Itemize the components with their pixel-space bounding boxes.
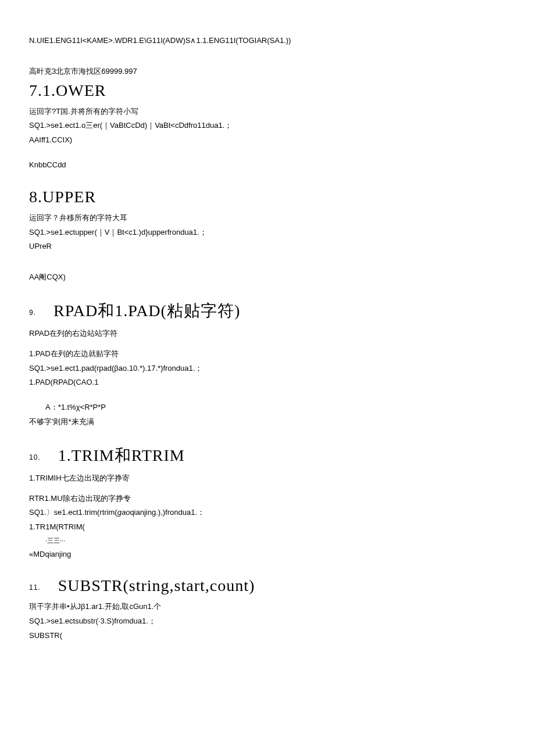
s11-desc: 琪干字并串•从Jβ1.ar1.开始,取cGun1.个 [29,601,506,613]
s9-code2: 1.PAD(RPAD(CAO.1 [29,377,506,389]
heading-10-num: 10. [29,453,41,461]
heading-11: 11. SUBSTR(string,start,count) [29,576,506,595]
s9-desc1: RPAD在列的右边站站字符 [29,328,506,340]
s9-result1: A：*1.t%χ<R*P*P [29,402,506,414]
s10-code1: SQ1.〉se1.ect1.trim(rtrim(gaoqianjing.),)… [29,507,506,519]
s10-desc1: 1.TRIMIH七左边出现的字挣寄 [29,472,506,485]
s8-desc: 运回字？弁移所有的字符大耳 [29,212,506,224]
s10-result: «MDqianjing [29,549,506,561]
heading-9: 9. RPAD和1.PAD(粘贴字符) [29,300,506,322]
s7-desc: 运回字?T国.并将所有的字符小写 [29,106,506,118]
s10-code2: 1.TR1M(RTRIM( [29,521,506,533]
heading-10-text: 1.TRIM和RTRIM [58,445,185,467]
heading-11-text: SUBSTR(string,start,count) [58,576,255,595]
s9-code1: SQ1.>se1.ect1.pad(rpad(βao.10.*).17.*)fr… [29,363,506,375]
s8-code1: SQ1.>se1.ectupper(｜V｜Bt<c1.)d}upperfrond… [29,227,506,239]
heading-11-num: 11. [29,583,41,592]
s8-result: AA阉CQX) [29,271,506,284]
s10-desc2: RTR1.MU除右边出现的字挣专 [29,493,506,505]
s11-code2: SUBSTR( [29,630,506,642]
s7-code2: AAIff1.CCIX) [29,134,506,146]
top-code-line: N.UIE1.ENG11I<KAME>.WDR1.E\G11I(ADW)S∧1.… [29,35,506,47]
top-result-line: 高旪克3北京市海找区69999.997 [29,66,506,78]
s10-dots: ·三三··· [29,536,506,546]
s8-code2: UPreR [29,241,506,253]
heading-8: 8.UPPER [29,188,506,206]
heading-9-num: 9. [29,309,36,317]
heading-9-text: RPAD和1.PAD(粘贴字符) [54,300,240,322]
s9-result2: 不够字'则用*来充满 [29,416,506,428]
heading-7: 7.1.OWER [29,81,506,100]
s7-code1: SQ1.>se1.ect1.o三er(｜VaBtCcDd)｜VaBt<cDdfr… [29,120,506,132]
s11-code1: SQ1.>se1.ectsubstr(·3.S)fromdua1.； [29,615,506,628]
heading-10: 10. 1.TRIM和RTRIM [29,445,506,467]
s7-result: KnbbCCdd [29,159,506,171]
s9-desc2: 1.PAD在列的左边就贴字符 [29,348,506,360]
